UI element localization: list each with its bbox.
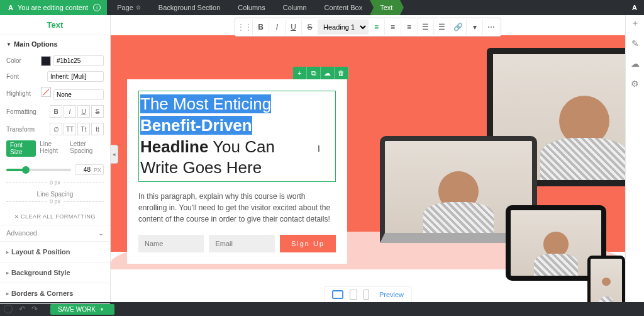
spacing-bottom-value: 0 px [47, 198, 63, 205]
advanced-toggle[interactable]: Advanced⌄ [0, 225, 110, 242]
toolbar-align-left-button[interactable]: ≡ [369, 20, 385, 35]
toolbar-bold-button[interactable]: B [253, 20, 269, 35]
settings-icon[interactable]: ⚙ [630, 78, 641, 89]
bold-button[interactable]: B [50, 105, 62, 118]
canvas: ⋮⋮ B I U S Heading 1 ≡ ≡ ≡ ☰ ☰ 🔗 ▾ ⋯ [111, 15, 625, 302]
device-desktop-button[interactable] [332, 290, 343, 299]
crumb-background-section[interactable]: Background Section [148, 0, 228, 15]
highlight-swatch[interactable] [41, 87, 51, 97]
toolbar-align-center-button[interactable]: ≡ [385, 20, 401, 35]
sidebar-collapse-button[interactable]: ◂ [111, 145, 118, 164]
undo-button[interactable]: ↶ [19, 305, 25, 313]
element-clone-button[interactable]: ⧉ [307, 67, 321, 79]
text-element[interactable]: The Most Enticing Benefit-Driven Headlin… [138, 91, 336, 182]
add-panel-icon[interactable]: ＋ [630, 18, 641, 29]
section-background-style[interactable]: ▸Background Style [0, 262, 110, 283]
toolbar-underline-button[interactable]: U [286, 20, 302, 35]
signup-button[interactable]: Sign Up [280, 235, 336, 252]
section-layout-position[interactable]: ▸Layout & Position [0, 242, 110, 262]
crumb-page[interactable]: Page⚙ [107, 0, 148, 15]
crumb-text[interactable]: Text [370, 0, 400, 15]
crumb-columns[interactable]: Columns [228, 0, 272, 15]
caret-down-icon: ▼ [6, 42, 11, 47]
tab-font-size[interactable]: Font Size [6, 140, 36, 157]
toolbar-more-button[interactable]: ▾ [467, 20, 483, 35]
section-main-options[interactable]: ▼Main Options [0, 35, 110, 53]
color-swatch[interactable] [41, 56, 51, 66]
paragraph-text[interactable]: In this paragraph, explain why this cour… [138, 191, 336, 225]
content-box[interactable]: + ⧉ ☁ 🗑 The Most Enticing Benefit-Driven… [127, 79, 347, 264]
toolbar-strike-button[interactable]: S [302, 20, 318, 35]
editing-label: You are editing content [18, 4, 88, 11]
line-spacing-label[interactable]: Line Spacing [0, 189, 110, 199]
headline[interactable]: The Most Enticing Benefit-Driven Headlin… [140, 94, 334, 179]
toolbar-menu-button[interactable]: ⋯ [483, 20, 499, 35]
gear-icon: ⚙ [136, 4, 141, 11]
crumb-content-box[interactable]: Content Box [314, 0, 370, 15]
logo-icon: A [6, 3, 15, 12]
element-add-button[interactable]: + [293, 67, 307, 79]
element-toolbar: + ⧉ ☁ 🗑 [293, 67, 348, 79]
color-label: Color [6, 57, 21, 64]
underline-button[interactable]: U [77, 105, 90, 118]
transform-label: Transform [6, 126, 35, 133]
font-select[interactable] [47, 71, 104, 82]
strike-button[interactable]: S [91, 105, 104, 118]
transform-none-button[interactable]: ∅ [50, 123, 62, 135]
chevron-down-icon: ⌄ [98, 229, 104, 237]
sidebar-title: Text [0, 15, 110, 35]
toolbar-list-ol-button[interactable]: ☰ [434, 20, 450, 35]
email-input[interactable] [209, 235, 274, 252]
text-cursor-icon: I [318, 144, 320, 154]
crumb-column[interactable]: Column [273, 0, 314, 15]
toolbar-link-button[interactable]: 🔗 [450, 20, 467, 35]
transform-upper-button[interactable]: TT [64, 123, 76, 135]
device-phone-button[interactable] [364, 290, 369, 300]
text-toolbar: ⋮⋮ B I U S Heading 1 ≡ ≡ ≡ ☰ ☰ 🔗 ▾ ⋯ [235, 18, 501, 37]
right-rail: ＋ ✎ ☁ ⚙ [625, 15, 644, 302]
toolbar-italic-button[interactable]: I [269, 20, 286, 35]
caret-right-icon: ▸ [6, 291, 9, 296]
toolbar-align-right-button[interactable]: ≡ [401, 20, 418, 35]
toolbar-heading-select[interactable]: Heading 1 [318, 20, 369, 35]
transform-lower-button[interactable]: tt [91, 123, 104, 135]
element-delete-button[interactable]: 🗑 [335, 67, 348, 79]
toolbar-list-ul-button[interactable]: ☰ [418, 20, 434, 35]
brush-icon[interactable]: ✎ [630, 38, 641, 49]
italic-button[interactable]: I [64, 105, 76, 118]
tab-line-height[interactable]: Line Height [40, 140, 66, 157]
clear-formatting-button[interactable]: CLEAR ALL FORMATTING [0, 208, 110, 225]
caret-right-icon: ▸ [6, 270, 9, 276]
device-tablet-button[interactable] [350, 290, 357, 300]
color-input[interactable] [53, 55, 104, 66]
element-save-button[interactable]: ☁ [321, 67, 335, 79]
tab-letter-spacing[interactable]: Letter Spacing [70, 140, 104, 157]
responsive-switcher: Preview [324, 286, 412, 302]
preview-link[interactable]: Preview [379, 291, 404, 298]
redo-button[interactable]: ↷ [31, 305, 38, 313]
sidebar: Text ▼Main Options Color Font Highlight … [0, 15, 111, 302]
section-borders-corners[interactable]: ▸Borders & Corners [0, 283, 110, 304]
editing-banner: A You are editing content i [0, 0, 107, 15]
chevron-down-icon: ▾ [101, 307, 103, 312]
font-size-input[interactable] [75, 165, 92, 174]
breadcrumb-bar: A You are editing content i Page⚙ Backgr… [0, 0, 644, 15]
highlight-label: Highlight [6, 90, 31, 97]
cloud-icon[interactable]: ☁ [630, 58, 641, 69]
brand-icon[interactable]: A [629, 2, 640, 13]
font-label: Font [6, 73, 19, 80]
formatting-label: Formatting [6, 108, 36, 115]
font-size-slider[interactable] [6, 169, 71, 171]
spacing-top-value: 0 px [47, 179, 63, 186]
drag-handle-icon[interactable]: ⋮⋮ [236, 20, 253, 35]
status-indicator [4, 305, 13, 313]
transform-title-button[interactable]: Tt [77, 123, 90, 135]
name-input[interactable] [138, 235, 204, 252]
bottom-bar: ↶ ↷ SAVE WORK▾ [0, 302, 644, 316]
font-size-unit: PX [92, 167, 103, 173]
info-icon[interactable]: i [93, 4, 101, 11]
highlight-input[interactable] [53, 89, 104, 100]
device-phone [587, 256, 625, 302]
caret-right-icon: ▸ [6, 249, 9, 255]
save-work-button[interactable]: SAVE WORK▾ [50, 304, 114, 315]
